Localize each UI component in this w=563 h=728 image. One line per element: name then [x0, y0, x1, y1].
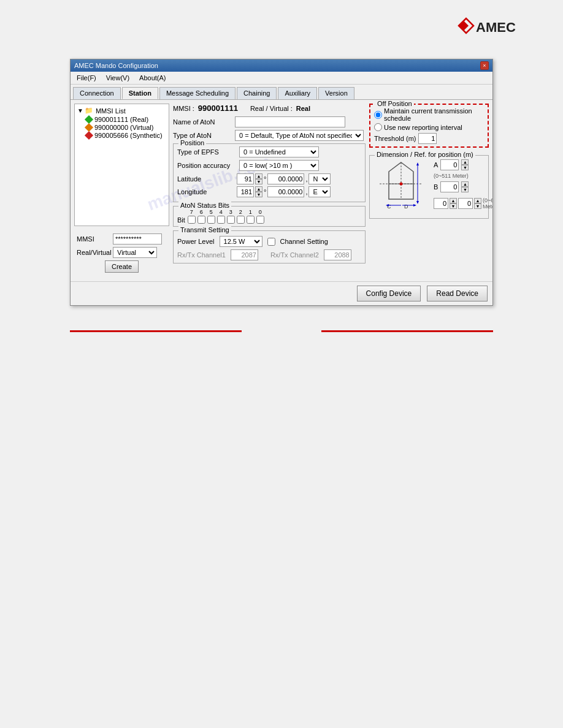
channel-setting-check[interactable]	[267, 238, 275, 246]
mmsi-control-label: MMSI	[77, 235, 110, 243]
read-device-button[interactable]: Read Device	[427, 286, 488, 301]
station-header: MMSI : 990001111 Real / Virtual : Real	[173, 104, 366, 113]
type-epfs-select[interactable]: 0 = Undefined	[239, 146, 319, 157]
latitude-min-input[interactable]	[267, 173, 304, 184]
close-button[interactable]: ×	[480, 61, 489, 70]
tab-version[interactable]: Version	[318, 87, 354, 99]
dim-b-row: B ▲ ▼	[434, 181, 492, 192]
type-epfs-label: Type of EPFS	[177, 148, 236, 156]
footer-line-right	[321, 330, 493, 332]
tab-auxiliary[interactable]: Auxiliary	[278, 87, 317, 99]
longitude-deg-input[interactable]	[237, 186, 254, 197]
tab-station[interactable]: Station	[122, 87, 158, 99]
longitude-label: Longitude	[177, 188, 236, 195]
bit-2-check[interactable]	[237, 216, 245, 224]
lat-comma: ,	[305, 175, 307, 183]
dim-c-down[interactable]: ▼	[450, 203, 457, 209]
dim-b-input[interactable]	[440, 181, 459, 192]
maintain-radio[interactable]	[374, 111, 382, 119]
bit-7-check[interactable]	[188, 216, 196, 224]
svg-marker-17	[416, 201, 419, 204]
app-window: AMEC Mando Configuration × File(F) View(…	[70, 59, 493, 306]
rx-tx-ch2-input[interactable]	[324, 249, 351, 260]
latitude-deg-input[interactable]	[237, 173, 254, 184]
power-level-select[interactable]: 2 W 12.5 W	[220, 236, 262, 247]
longitude-dir-select[interactable]: E W	[308, 186, 331, 197]
menu-view[interactable]: View(V)	[102, 73, 133, 83]
name-of-aton-group: Name of AtoN	[173, 116, 366, 127]
dim-d-input[interactable]	[458, 198, 473, 209]
mmsi-input[interactable]	[113, 233, 162, 245]
lat-deg-down[interactable]: ▼	[255, 179, 262, 184]
tree-item-0[interactable]: 990001111 (Real)	[86, 116, 166, 123]
dim-c-input[interactable]	[434, 198, 448, 209]
create-button[interactable]: Create	[105, 260, 139, 273]
vessel-diagram: C D	[373, 159, 429, 214]
longitude-min-input[interactable]	[267, 186, 304, 197]
threshold-input[interactable]	[418, 133, 437, 144]
svg-point-7	[400, 183, 403, 186]
footer-line-left	[70, 330, 242, 332]
svg-text:AMEC: AMEC	[476, 20, 516, 35]
tree-item-1[interactable]: 990000000 (Virtual)	[86, 124, 166, 131]
lat-deg-up[interactable]: ▲	[255, 173, 262, 179]
dim-bottom-unit: (0~63 Meter)	[483, 197, 492, 210]
dim-b-up[interactable]: ▲	[461, 181, 469, 187]
tree-item-2[interactable]: 990005666 (Synthetic)	[86, 132, 166, 139]
dim-a-input[interactable]	[440, 159, 459, 170]
dim-b-spinner: ▲ ▼	[461, 181, 469, 192]
transmit-title: Transmit Setting	[178, 226, 231, 233]
real-virtual-display-field: Real / Virtual : Real	[250, 105, 310, 112]
real-virtual-label: Real/Virtual	[77, 249, 110, 256]
folder-icon: 📁	[85, 107, 93, 115]
channel-setting-label: Channel Setting	[280, 238, 328, 245]
type-aton-select[interactable]: 0 = Default, Type of AtoN not specified	[235, 130, 364, 141]
name-aton-input[interactable]	[235, 116, 345, 127]
app-window-inner: manualslib.com ▼ 📁 MMSI List 990001111 (…	[71, 100, 492, 305]
dimension-box: Dimension / Ref. for position (m)	[369, 155, 489, 219]
dim-a-down[interactable]: ▼	[461, 165, 469, 170]
tab-message-scheduling[interactable]: Message Scheduling	[159, 87, 236, 99]
bit-5: 5	[207, 209, 215, 224]
dim-meter-label: (0~511 Meter)	[434, 173, 492, 179]
use-new-radio-row: Use new reporting interval	[374, 123, 484, 131]
tree-root: ▼ 📁 MMSI List	[77, 107, 166, 115]
lon-deg-up[interactable]: ▲	[255, 186, 262, 192]
mmsi-item-1: 990000000 (Virtual)	[94, 124, 153, 131]
bit-3: 3	[227, 209, 235, 224]
mmsi-item-0: 990001111 (Real)	[94, 116, 148, 123]
tab-connection[interactable]: Connection	[73, 87, 121, 99]
dim-d-up[interactable]: ▲	[474, 198, 481, 203]
menu-file[interactable]: File(F)	[73, 73, 100, 83]
menu-about[interactable]: About(A)	[136, 73, 169, 83]
bit-0-check[interactable]	[256, 216, 264, 224]
mmsi-display-field: MMSI : 990001111	[173, 104, 238, 113]
latitude-dir-select[interactable]: N S	[308, 173, 331, 184]
real-virtual-select[interactable]: Real Virtual Synthetic	[113, 247, 157, 258]
longitude-row: Longitude ▲ ▼ ° , E W	[177, 186, 361, 197]
transmit-row-1: Power Level 2 W 12.5 W Channel Setting	[177, 236, 361, 247]
dim-c-up[interactable]: ▲	[450, 198, 457, 203]
svg-text:D: D	[404, 203, 408, 210]
bit-6-check[interactable]	[197, 216, 205, 224]
dim-b-down[interactable]: ▼	[461, 187, 469, 192]
rx-tx-ch1-label: Rx/Tx Channel1	[177, 251, 226, 259]
rx-tx-ch1-input[interactable]	[231, 249, 258, 260]
maintain-label: Maintain current transmission schedule	[384, 107, 484, 122]
pos-accuracy-select[interactable]: 0 = low( >10 m )	[239, 160, 319, 171]
mmsi-display-value: 990001111	[198, 104, 238, 113]
bit-1-check[interactable]	[247, 216, 255, 224]
dim-a-up[interactable]: ▲	[461, 159, 469, 165]
latitude-label: Latitude	[177, 175, 236, 183]
bottom-buttons: Config Device Read Device	[71, 281, 492, 305]
bit-4-check[interactable]	[217, 216, 225, 224]
tree-expand-icon[interactable]: ▼	[77, 107, 83, 114]
lon-deg-down[interactable]: ▼	[255, 192, 262, 197]
config-device-button[interactable]: Config Device	[357, 286, 421, 301]
left-panel: ▼ 📁 MMSI List 990001111 (Real) 990000000…	[74, 104, 169, 275]
bit-5-check[interactable]	[207, 216, 215, 224]
tab-chaining[interactable]: Chaining	[237, 87, 277, 99]
use-new-radio[interactable]	[374, 123, 382, 131]
dim-d-down[interactable]: ▼	[474, 203, 481, 209]
bit-3-check[interactable]	[227, 216, 235, 224]
